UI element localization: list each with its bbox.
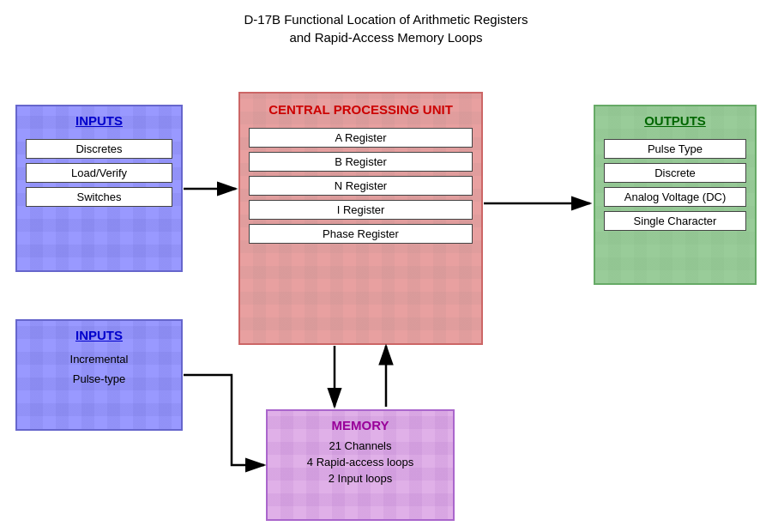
- outputs-item-4: Single Character: [604, 211, 746, 231]
- memory-item-2: 4 Rapid-access loops: [268, 454, 453, 470]
- cpu-register-4: I Register: [249, 200, 473, 220]
- memory-box: MEMORY 21 Channels 4 Rapid-access loops …: [266, 409, 455, 521]
- inputs-top-item-2: Load/Verify: [26, 163, 172, 183]
- memory-item-3: 2 Input loops: [268, 470, 453, 487]
- cpu-register-5: Phase Register: [249, 224, 473, 244]
- outputs-box: OUTPUTS Pulse Type Discrete Analog Volta…: [594, 105, 757, 285]
- cpu-register-2: B Register: [249, 152, 473, 172]
- cpu-register-3: N Register: [249, 176, 473, 196]
- inputs-bottom-item-1: Incremental: [17, 349, 181, 369]
- outputs-item-2: Discrete: [604, 163, 746, 183]
- cpu-label: CENTRAL PROCESSING UNIT: [240, 94, 481, 124]
- page-title: D-17B Functional Location of Arithmetic …: [0, 0, 772, 53]
- inputs-top-box: INPUTS Discretes Load/Verify Switches: [15, 105, 183, 272]
- memory-item-1: 21 Channels: [268, 438, 453, 454]
- inputs-top-label: INPUTS: [17, 106, 181, 135]
- cpu-register-1: A Register: [249, 128, 473, 148]
- inputs-bottom-item-2: Pulse-type: [17, 369, 181, 389]
- inputs-top-item-1: Discretes: [26, 139, 172, 159]
- cpu-box: CENTRAL PROCESSING UNIT A Register B Reg…: [238, 92, 483, 345]
- outputs-label: OUTPUTS: [595, 106, 755, 135]
- memory-label: MEMORY: [268, 411, 453, 438]
- outputs-item-3: Analog Voltage (DC): [604, 187, 746, 207]
- inputs-bottom-box: INPUTS Incremental Pulse-type: [15, 319, 183, 431]
- diagram-area: INPUTS Discretes Load/Verify Switches IN…: [0, 53, 772, 532]
- inputs-top-item-3: Switches: [26, 187, 172, 207]
- inputs-bottom-label: INPUTS: [17, 321, 181, 349]
- outputs-item-1: Pulse Type: [604, 139, 746, 159]
- arrow-inputs-bottom-to-memory: [184, 375, 264, 465]
